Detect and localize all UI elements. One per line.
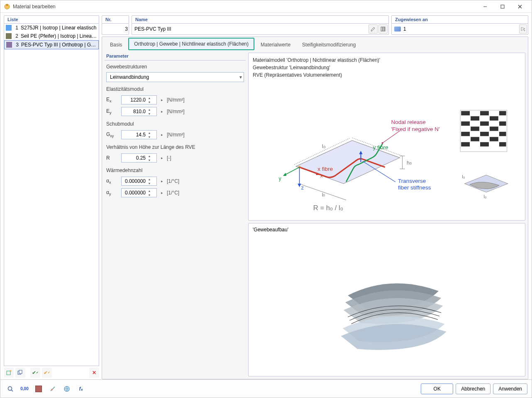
check-green-button[interactable]: ✔✔: [30, 368, 40, 378]
new-item-button[interactable]: ✶: [4, 368, 14, 378]
step-out-icon[interactable]: ▸: [159, 98, 164, 102]
close-button[interactable]: [512, 1, 528, 12]
ay-input[interactable]: [122, 190, 146, 196]
gewebeaufbau-diagram: [253, 233, 521, 367]
svg-rect-9: [19, 370, 22, 374]
spin-down[interactable]: ▼: [146, 193, 152, 197]
svg-marker-39: [298, 184, 301, 187]
svg-point-23: [381, 142, 383, 144]
viz-line3: RVE (Repräsentatives Volumenelement): [253, 71, 521, 79]
titlebar: Material bearbeiten: [0, 0, 532, 13]
svg-line-68: [51, 387, 55, 391]
spin-down[interactable]: ▼: [146, 181, 152, 185]
r-unit: [-]: [167, 155, 171, 161]
svg-rect-55: [461, 132, 470, 136]
ey-input[interactable]: [122, 109, 146, 114]
spin-up[interactable]: ▲: [146, 154, 152, 158]
cancel-button[interactable]: Abbrechen: [456, 383, 491, 394]
spin-down[interactable]: ▼: [146, 158, 152, 162]
list-toolbar: ✶ ✔✔ ✔✔ ✕: [4, 366, 99, 379]
step-out-icon[interactable]: ▸: [159, 179, 164, 183]
svg-rect-49: [490, 116, 498, 120]
apply-button[interactable]: Anwenden: [493, 383, 527, 394]
svg-text:l₀: l₀: [322, 192, 325, 198]
spin-up[interactable]: ▲: [146, 189, 152, 193]
color-swatch: [6, 42, 12, 48]
minimize-button[interactable]: [477, 1, 493, 12]
member-icon-button[interactable]: [47, 383, 59, 394]
list-item-selected[interactable]: 3 PES-PVC Typ III | Orthotrop | Gewebe: [4, 40, 99, 49]
list-item-num: 1: [14, 25, 18, 31]
ok-button[interactable]: OK: [421, 383, 453, 394]
step-out-icon[interactable]: ▸: [159, 133, 164, 137]
svg-rect-62: [499, 142, 506, 146]
gxy-symbol: Gxy: [106, 131, 119, 138]
step-out-icon[interactable]: ▸: [159, 191, 164, 195]
spin-down[interactable]: ▼: [146, 135, 152, 139]
svg-rect-61: [480, 142, 489, 146]
main-panel: Nr. Name Zugewiesen an: [102, 15, 528, 379]
spin-up[interactable]: ▲: [146, 107, 152, 112]
list-scroll[interactable]: 1 S275JR | Isotrop | Linear elastisch 2 …: [4, 24, 99, 366]
svg-text:y fibre: y fibre: [373, 144, 388, 150]
assign-input[interactable]: [403, 26, 517, 32]
nr-label: Nr.: [102, 15, 129, 23]
name-label: Name: [132, 15, 389, 23]
tab-steifigkeit[interactable]: Steifigkeitsmodifizierung: [297, 39, 361, 50]
ax-input[interactable]: [122, 178, 146, 184]
color-swatch-button[interactable]: [33, 383, 44, 394]
assign-label: Zugewiesen an: [391, 15, 528, 23]
r-input[interactable]: [122, 155, 146, 161]
svg-text:z: z: [301, 185, 304, 191]
gxy-input[interactable]: [122, 132, 146, 138]
svg-point-66: [8, 386, 12, 390]
gewebeaufbau-box: 'Gewebeaufbau': [248, 223, 525, 376]
svg-rect-47: [499, 111, 506, 115]
svg-rect-58: [471, 137, 479, 141]
tab-orthotrop[interactable]: Orthotrop | Gewebe | Nichtlinear elastis…: [128, 38, 254, 50]
library-button[interactable]: [378, 24, 388, 34]
parameter-panel: Parameter Gewebestrukturen Leinwandbindu…: [105, 53, 246, 376]
spin-down[interactable]: ▼: [146, 112, 152, 116]
svg-text:'Fixed if negative N': 'Fixed if negative N': [391, 126, 439, 132]
delete-item-button[interactable]: ✕: [89, 368, 99, 378]
globe-button[interactable]: [61, 383, 73, 394]
edit-name-button[interactable]: [368, 24, 378, 34]
function-button[interactable]: fₓ: [75, 383, 87, 394]
nr-input[interactable]: [105, 26, 128, 32]
svg-rect-3: [501, 5, 504, 8]
decimals-button[interactable]: 0,00: [19, 383, 30, 394]
step-out-icon[interactable]: ▸: [159, 156, 164, 160]
search-bottom-button[interactable]: [5, 383, 16, 394]
check-orange-button[interactable]: ✔✔: [42, 368, 52, 378]
tabs: Basis Orthotrop | Gewebe | Nichtlinear e…: [102, 37, 528, 50]
svg-rect-12: [383, 27, 384, 31]
list-item[interactable]: 2 Seil PE (Pfeifer) | Isotrop | Linear e…: [4, 32, 99, 40]
svg-text:fiber stiffness: fiber stiffness: [398, 184, 431, 191]
spin-down[interactable]: ▼: [146, 100, 152, 104]
warme-label: Wärmedehnzahl: [106, 167, 244, 173]
spin-up[interactable]: ▲: [146, 96, 152, 100]
svg-line-67: [12, 390, 13, 391]
svg-text:x fibre: x fibre: [317, 166, 333, 172]
tab-basis[interactable]: Basis: [105, 39, 127, 50]
list-item[interactable]: 1 S275JR | Isotrop | Linear elastisch: [4, 24, 99, 32]
gewebe-select[interactable]: Leinwandbindung ▾: [106, 72, 244, 82]
gewebeaufbau-label: 'Gewebeaufbau': [253, 227, 521, 233]
tab-materialwerte[interactable]: Materialwerte: [255, 39, 296, 50]
name-input[interactable]: [134, 26, 367, 32]
step-out-icon[interactable]: ▸: [159, 109, 164, 114]
svg-text:✶: ✶: [9, 370, 12, 373]
spin-up[interactable]: ▲: [146, 177, 152, 181]
list-item-label: Seil PE (Pfeifer) | Isotrop | Linear ela…: [21, 33, 97, 39]
copy-item-button[interactable]: [15, 368, 25, 378]
pick-assign-button[interactable]: [519, 24, 527, 34]
spin-up[interactable]: ▲: [146, 131, 152, 135]
maximize-button[interactable]: [494, 1, 511, 12]
r-symbol: R: [106, 155, 119, 161]
svg-text:x: x: [320, 173, 323, 179]
schub-label: Schubmodul: [106, 121, 244, 127]
ex-input[interactable]: [122, 97, 146, 103]
list-item-label: PES-PVC Typ III | Orthotrop | Gewebe: [21, 42, 97, 48]
svg-text:Nodal release: Nodal release: [391, 119, 426, 125]
